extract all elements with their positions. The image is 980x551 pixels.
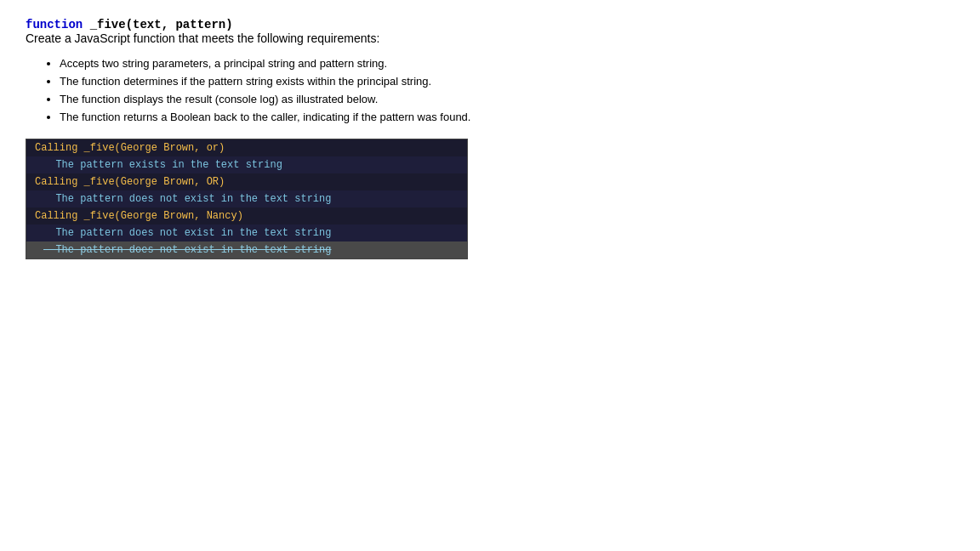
output-row-result-last: The pattern does not exist in the text s… xyxy=(26,241,467,258)
output-row-call-3: Calling _five(George Brown, Nancy) xyxy=(26,207,467,224)
requirement-item: The function displays the result (consol… xyxy=(60,93,954,105)
fn-name: _five xyxy=(90,18,126,31)
requirements-list: Accepts two string parameters, a princip… xyxy=(26,57,954,123)
function-signature: function _five(text, pattern) xyxy=(26,17,954,31)
output-row-call-2: Calling _five(George Brown, OR) xyxy=(26,173,467,190)
requirement-item: Accepts two string parameters, a princip… xyxy=(60,57,954,70)
output-row-result-3: The pattern does not exist in the text s… xyxy=(26,224,467,241)
requirement-item: The function determines if the pattern s… xyxy=(60,75,954,88)
output-row-result-1: The pattern exists in the text string xyxy=(26,156,467,173)
output-row-result-2: The pattern does not exist in the text s… xyxy=(26,190,467,207)
requirement-item: The function returns a Boolean back to t… xyxy=(60,111,954,123)
code-output-container: Calling _five(George Brown, or) The patt… xyxy=(26,139,468,259)
keyword-function: function xyxy=(26,18,83,31)
instruction-text: Create a JavaScript function that meets … xyxy=(26,31,954,45)
output-row-call-1: Calling _five(George Brown, or) xyxy=(26,139,467,156)
fn-params: (text, pattern) xyxy=(126,18,233,31)
